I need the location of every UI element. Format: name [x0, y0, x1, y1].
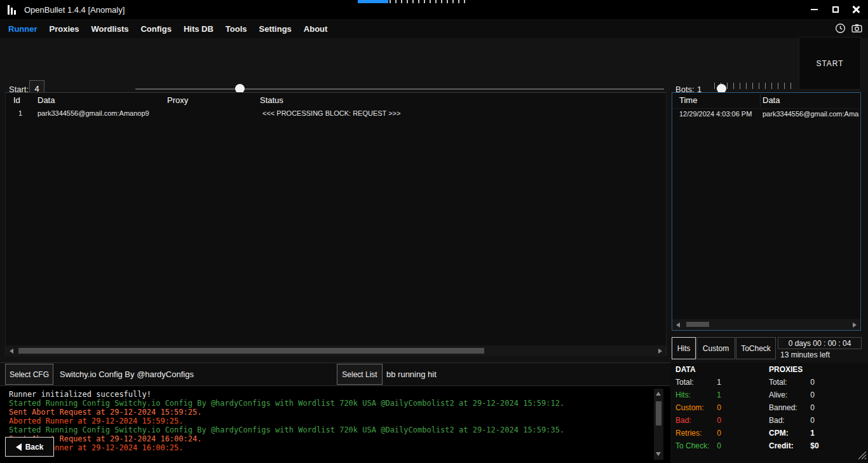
stat-label: Hits:: [675, 390, 715, 399]
runner-controls: Start: Prog: 3 / 17 (23 %) Bots: 1 Prox:…: [0, 38, 868, 92]
menu-item-about[interactable]: About: [304, 24, 328, 34]
titlebar-accent-bar: [358, 0, 388, 3]
maximize-icon: [832, 6, 839, 13]
log-line: Started Running Config Switchy.io Config…: [9, 399, 670, 408]
stat-value: 0: [810, 378, 815, 387]
stat-value: 1: [717, 378, 721, 387]
cell-status: <<< PROCESSING BLOCK: REQUEST >>>: [262, 109, 400, 117]
proxies-stats-title: PROXIES: [769, 365, 819, 378]
cell-hit-data: park3344556@gmail.com:Amanop9: [763, 110, 859, 118]
scroll-left-icon[interactable]: [676, 322, 680, 328]
resize-grip-icon[interactable]: [858, 451, 867, 462]
window-title: OpenBullet 1.4.4 [Anomaly]: [24, 5, 125, 15]
minimize-button[interactable]: [803, 0, 825, 19]
results-horizontal-scrollbar[interactable]: [6, 345, 666, 356]
tab-hits[interactable]: Hits: [672, 337, 696, 359]
col-header-time[interactable]: Time: [679, 95, 697, 105]
hits-horizontal-scrollbar[interactable]: [672, 319, 860, 330]
stat-value: 0: [717, 416, 721, 425]
stat-label: Custom:: [675, 403, 715, 412]
col-header-id[interactable]: Id: [13, 95, 20, 105]
stat-value: 0: [717, 441, 721, 450]
menu-item-tools[interactable]: Tools: [226, 24, 247, 34]
tab-tocheck[interactable]: ToCheck: [736, 337, 776, 359]
start-runner-button[interactable]: START: [799, 37, 861, 90]
hits-panel-header: Time Data: [672, 93, 860, 109]
col-header-hit-data[interactable]: Data: [763, 95, 780, 105]
cell-hit-time: 12/29/2024 4:03:06 PM: [679, 110, 752, 118]
cell-id: 1: [18, 109, 22, 117]
progress-slider-track[interactable]: [135, 88, 664, 90]
proxies-stats-column: PROXIES Total: 0 Alive: 0 Banned: 0 Bad:…: [769, 365, 819, 454]
stat-value: 0: [810, 390, 815, 399]
stat-proxies-alive: Alive: 0: [769, 390, 819, 403]
hits-scrollbar-thumb[interactable]: [686, 322, 709, 327]
back-arrow-icon: [16, 443, 22, 451]
stat-data-total: Total: 1: [675, 378, 721, 390]
close-button[interactable]: [845, 0, 867, 19]
tab-custom[interactable]: Custom: [696, 337, 735, 359]
history-icon[interactable]: [834, 22, 846, 36]
stat-value: 0: [810, 403, 815, 412]
time-left-label: 13 minutes left: [780, 350, 830, 359]
stat-data-hits: Hits: 1: [675, 390, 721, 403]
stat-proxies-banned: Banned: 0: [769, 403, 819, 416]
log-line: Sent Abort Request at 29-12-2024 16:00:2…: [9, 434, 670, 443]
data-stats-column: DATA Total: 1 Hits: 1 Custom: 0 Bad: 0 R…: [675, 365, 721, 454]
titlebar-ruler-ticks-icon: [390, 0, 468, 3]
scroll-right-icon[interactable]: [853, 322, 857, 328]
log-line: Aborted Runner at 29-12-2024 15:59:25.: [9, 417, 670, 425]
stat-label: To Check:: [675, 441, 715, 450]
stat-label: Bad:: [769, 416, 808, 425]
maximize-button[interactable]: [825, 0, 846, 19]
stat-label: Banned:: [769, 403, 808, 412]
close-icon: [851, 5, 860, 14]
col-header-data[interactable]: Data: [37, 95, 55, 105]
elapsed-timer: 0 days 00 : 00 : 04: [778, 337, 862, 349]
screenshot-camera-icon[interactable]: [851, 22, 863, 36]
log-scrollbar-thumb[interactable]: [656, 401, 661, 425]
scroll-down-icon[interactable]: [656, 452, 661, 456]
menu-item-proxies[interactable]: Proxies: [50, 24, 79, 34]
column-divider: [760, 94, 761, 106]
menu-item-runner[interactable]: Runner: [8, 24, 37, 34]
stat-label: Total:: [769, 378, 808, 387]
back-button[interactable]: Back: [5, 437, 54, 457]
menu-item-settings[interactable]: Settings: [259, 24, 292, 34]
stat-data-tocheck: To Check: 0: [675, 441, 721, 454]
stat-proxies-bad: Bad: 0: [769, 416, 819, 429]
col-header-proxy[interactable]: Proxy: [167, 95, 188, 105]
stat-value: $0: [810, 441, 818, 450]
openbullet-window: OpenBullet 1.4.4 [Anomaly] Runner Proxie…: [0, 0, 868, 463]
log-line: Sent Abort Request at 29-12-2024 15:59:2…: [9, 408, 670, 417]
stat-value: 0: [810, 416, 815, 425]
select-list-button[interactable]: Select List: [337, 364, 383, 385]
hits-panel: Time Data 12/29/2024 4:03:06 PM park3344…: [672, 92, 861, 331]
hit-list-item[interactable]: 12/29/2024 4:03:06 PM park3344556@gmail.…: [672, 109, 860, 120]
scroll-left-icon[interactable]: [10, 349, 13, 354]
back-button-label: Back: [25, 443, 44, 452]
app-logo-icon: [8, 4, 16, 15]
menu-bar: Runner Proxies Wordlists Configs Hits DB…: [0, 19, 868, 38]
results-scrollbar-thumb[interactable]: [18, 348, 484, 354]
stat-value: 0: [717, 429, 721, 438]
config-bar: Select CFG Switchy.io Config By @hardyCo…: [0, 363, 670, 386]
cell-data: park3344556@gmail.com:Amanop9: [37, 109, 149, 117]
menu-item-configs[interactable]: Configs: [140, 24, 171, 34]
col-header-status[interactable]: Status: [260, 95, 283, 105]
data-stats-title: DATA: [675, 365, 721, 378]
stat-value: 1: [717, 390, 721, 399]
table-row[interactable]: 1 park3344556@gmail.com:Amanop9 <<< PROC…: [6, 108, 666, 120]
stat-data-custom: Custom: 0: [675, 403, 721, 416]
scroll-right-icon[interactable]: [658, 349, 662, 354]
stat-label: CPM:: [769, 429, 808, 438]
log-vertical-scrollbar[interactable]: [654, 389, 663, 460]
select-cfg-button[interactable]: Select CFG: [5, 364, 53, 385]
log-console: Runner initialized succesfully! Started …: [0, 386, 670, 463]
log-line: Aborted Runner at 29-12-2024 16:00:25.: [9, 443, 670, 452]
scroll-up-icon[interactable]: [656, 392, 661, 396]
menu-item-hitsdb[interactable]: Hits DB: [184, 24, 214, 34]
titlebar: OpenBullet 1.4.4 [Anomaly]: [0, 0, 868, 19]
stat-label: Retries:: [675, 429, 715, 438]
menu-item-wordlists[interactable]: Wordlists: [91, 24, 128, 34]
